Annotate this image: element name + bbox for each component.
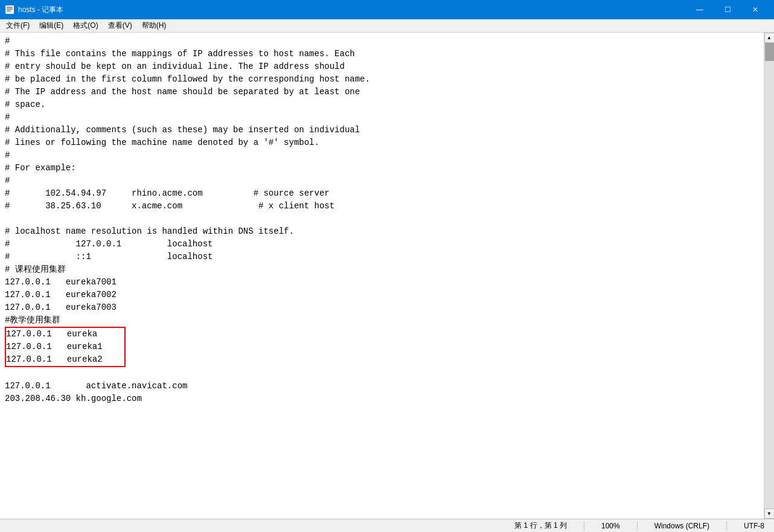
status-divider-3	[726, 521, 727, 531]
text-line: #	[5, 111, 759, 124]
text-line	[5, 367, 759, 380]
scroll-thumb[interactable]	[765, 43, 774, 61]
text-line: # The IP address and the host name shoul…	[5, 86, 759, 98]
text-line: # localhost name resolution is handled w…	[5, 225, 759, 238]
highlighted-line: 127.0.0.1 eureka	[6, 328, 124, 341]
text-line: # 课程使用集群	[5, 263, 759, 276]
text-line: # Additionally, comments (such as these)…	[5, 124, 759, 136]
text-line: # 102.54.94.97 rhino.acme.com # source s…	[5, 187, 759, 200]
highlighted-line: 127.0.0.1 eureka2	[6, 353, 124, 366]
text-line: 127.0.0.1 eureka7002	[5, 289, 759, 301]
scrollbar-vertical[interactable]: ▲ ▼	[764, 33, 774, 519]
cursor-position: 第 1 行，第 1 列	[510, 521, 572, 531]
svg-rect-0	[5, 5, 14, 14]
text-content[interactable]: ## This file contains the mappings of IP…	[0, 33, 764, 519]
text-line: #	[5, 149, 759, 162]
menu-bar: 文件(F) 编辑(E) 格式(O) 查看(V) 帮助(H)	[0, 19, 774, 33]
title-bar: hosts - 记事本 — ☐ ✕	[0, 0, 774, 19]
status-divider-1	[584, 521, 584, 531]
text-line: 203.208.46.30 kh.google.com	[5, 393, 759, 405]
text-line: #教学使用集群	[5, 314, 759, 327]
menu-view[interactable]: 查看(V)	[103, 19, 137, 32]
status-bar: 第 1 行，第 1 列 100% Windows (CRLF) UTF-8	[0, 519, 774, 532]
encoding: UTF-8	[739, 522, 769, 530]
text-line: # 38.25.63.10 x.acme.com # x client host	[5, 200, 759, 213]
text-line: # space.	[5, 98, 759, 111]
menu-edit[interactable]: 编辑(E)	[34, 19, 68, 32]
text-line: # 127.0.0.1 localhost	[5, 238, 759, 251]
menu-help[interactable]: 帮助(H)	[137, 19, 171, 32]
maximize-button[interactable]: ☐	[714, 0, 741, 19]
close-button[interactable]: ✕	[741, 0, 769, 19]
text-line: # For example:	[5, 162, 759, 175]
window-title: hosts - 记事本	[18, 5, 686, 15]
menu-file[interactable]: 文件(F)	[1, 19, 34, 32]
scroll-down-button[interactable]: ▼	[764, 508, 775, 519]
text-line: # be placed in the first column followed…	[5, 73, 759, 86]
scroll-up-button[interactable]: ▲	[764, 33, 775, 43]
window-controls: — ☐ ✕	[686, 0, 769, 19]
text-line: 127.0.0.1 eureka7003	[5, 301, 759, 314]
highlighted-block: 127.0.0.1 eureka127.0.0.1 eureka1127.0.0…	[5, 327, 126, 367]
text-line: #	[5, 35, 759, 48]
text-line: 127.0.0.1 activate.navicat.com	[5, 380, 759, 393]
scroll-track[interactable]	[764, 43, 774, 508]
text-line: # This file contains the mappings of IP …	[5, 48, 759, 60]
app-icon	[5, 5, 14, 14]
text-line: # entry should be kept on an individual …	[5, 60, 759, 73]
text-line	[5, 213, 759, 225]
minimize-button[interactable]: —	[686, 0, 714, 19]
editor-area: ## This file contains the mappings of IP…	[0, 33, 774, 519]
zoom-level: 100%	[596, 522, 625, 530]
text-line: # ::1 localhost	[5, 251, 759, 263]
line-ending: Windows (CRLF)	[650, 522, 714, 530]
text-line: 127.0.0.1 eureka7001	[5, 276, 759, 289]
menu-format[interactable]: 格式(O)	[68, 19, 103, 32]
text-line: # lines or following the machine name de…	[5, 136, 759, 149]
highlighted-line: 127.0.0.1 eureka1	[6, 341, 124, 353]
status-divider-2	[637, 521, 638, 531]
text-line: #	[5, 175, 759, 187]
